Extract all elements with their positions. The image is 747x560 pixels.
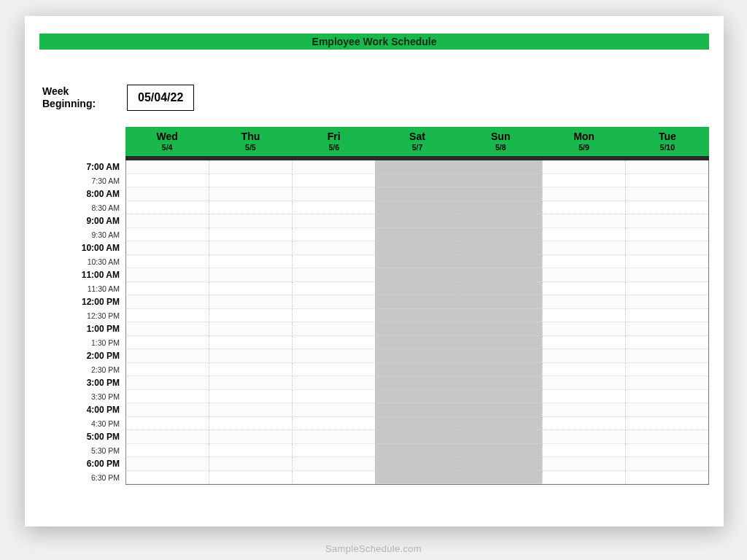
schedule-cell[interactable] [292, 228, 375, 242]
schedule-cell[interactable] [292, 417, 375, 431]
schedule-cell[interactable] [459, 403, 542, 417]
schedule-cell[interactable] [542, 228, 625, 242]
schedule-cell[interactable] [459, 255, 542, 269]
schedule-cell[interactable] [542, 417, 625, 431]
schedule-cell[interactable] [209, 322, 292, 336]
schedule-cell[interactable] [209, 255, 292, 269]
schedule-cell[interactable] [542, 174, 625, 188]
schedule-cell[interactable] [625, 390, 708, 404]
schedule-cell[interactable] [209, 403, 292, 417]
schedule-cell[interactable] [542, 471, 625, 485]
schedule-cell[interactable] [459, 471, 542, 485]
schedule-cell[interactable] [542, 444, 625, 458]
schedule-cell[interactable] [292, 363, 375, 377]
schedule-cell[interactable] [209, 376, 292, 390]
schedule-cell[interactable] [542, 187, 625, 201]
schedule-cell[interactable] [209, 268, 292, 282]
schedule-cell[interactable] [292, 444, 375, 458]
schedule-cell[interactable] [125, 282, 209, 296]
schedule-cell[interactable] [292, 241, 375, 255]
schedule-cell[interactable] [459, 363, 542, 377]
schedule-cell[interactable] [292, 268, 375, 282]
schedule-cell[interactable] [125, 309, 209, 323]
schedule-cell[interactable] [625, 309, 708, 323]
schedule-cell[interactable] [375, 444, 458, 458]
schedule-cell[interactable] [625, 160, 708, 174]
schedule-cell[interactable] [542, 282, 625, 296]
schedule-cell[interactable] [459, 457, 542, 471]
schedule-cell[interactable] [125, 160, 209, 174]
schedule-cell[interactable] [125, 390, 209, 404]
schedule-cell[interactable] [542, 295, 625, 309]
schedule-cell[interactable] [459, 349, 542, 363]
schedule-cell[interactable] [125, 187, 209, 201]
schedule-cell[interactable] [125, 403, 209, 417]
schedule-cell[interactable] [125, 471, 209, 485]
schedule-cell[interactable] [292, 390, 375, 404]
schedule-cell[interactable] [292, 187, 375, 201]
schedule-cell[interactable] [459, 390, 542, 404]
schedule-cell[interactable] [209, 471, 292, 485]
schedule-cell[interactable] [459, 268, 542, 282]
schedule-cell[interactable] [292, 471, 375, 485]
schedule-cell[interactable] [375, 430, 458, 444]
schedule-cell[interactable] [459, 417, 542, 431]
schedule-cell[interactable] [209, 241, 292, 255]
schedule-cell[interactable] [125, 417, 209, 431]
schedule-cell[interactable] [209, 214, 292, 228]
schedule-cell[interactable] [209, 309, 292, 323]
schedule-cell[interactable] [542, 457, 625, 471]
schedule-cell[interactable] [542, 241, 625, 255]
schedule-cell[interactable] [375, 390, 458, 404]
schedule-cell[interactable] [625, 187, 708, 201]
schedule-cell[interactable] [125, 376, 209, 390]
schedule-cell[interactable] [292, 255, 375, 269]
schedule-cell[interactable] [125, 228, 209, 242]
schedule-cell[interactable] [459, 430, 542, 444]
schedule-cell[interactable] [375, 174, 458, 188]
schedule-cell[interactable] [625, 268, 708, 282]
schedule-cell[interactable] [542, 160, 625, 174]
schedule-cell[interactable] [375, 241, 458, 255]
schedule-cell[interactable] [125, 295, 209, 309]
schedule-cell[interactable] [542, 363, 625, 377]
schedule-cell[interactable] [292, 349, 375, 363]
schedule-cell[interactable] [625, 241, 708, 255]
schedule-cell[interactable] [542, 201, 625, 215]
schedule-cell[interactable] [209, 363, 292, 377]
schedule-cell[interactable] [125, 430, 209, 444]
schedule-cell[interactable] [375, 187, 458, 201]
schedule-cell[interactable] [125, 255, 209, 269]
schedule-cell[interactable] [125, 336, 209, 350]
schedule-cell[interactable] [625, 295, 708, 309]
schedule-cell[interactable] [375, 403, 458, 417]
schedule-cell[interactable] [542, 336, 625, 350]
schedule-cell[interactable] [125, 349, 209, 363]
schedule-cell[interactable] [542, 349, 625, 363]
schedule-cell[interactable] [209, 349, 292, 363]
schedule-cell[interactable] [125, 444, 209, 458]
schedule-cell[interactable] [625, 336, 708, 350]
schedule-cell[interactable] [542, 390, 625, 404]
schedule-cell[interactable] [542, 403, 625, 417]
schedule-cell[interactable] [625, 417, 708, 431]
schedule-cell[interactable] [292, 160, 375, 174]
schedule-cell[interactable] [625, 228, 708, 242]
schedule-cell[interactable] [209, 282, 292, 296]
schedule-cell[interactable] [375, 322, 458, 336]
schedule-cell[interactable] [209, 417, 292, 431]
schedule-cell[interactable] [459, 444, 542, 458]
schedule-cell[interactable] [542, 309, 625, 323]
schedule-cell[interactable] [125, 174, 209, 188]
schedule-cell[interactable] [125, 241, 209, 255]
schedule-cell[interactable] [375, 268, 458, 282]
schedule-cell[interactable] [375, 160, 458, 174]
schedule-cell[interactable] [542, 214, 625, 228]
schedule-cell[interactable] [459, 309, 542, 323]
schedule-cell[interactable] [125, 363, 209, 377]
schedule-cell[interactable] [209, 390, 292, 404]
schedule-cell[interactable] [292, 309, 375, 323]
schedule-cell[interactable] [375, 363, 458, 377]
schedule-cell[interactable] [375, 214, 458, 228]
schedule-cell[interactable] [625, 471, 708, 485]
